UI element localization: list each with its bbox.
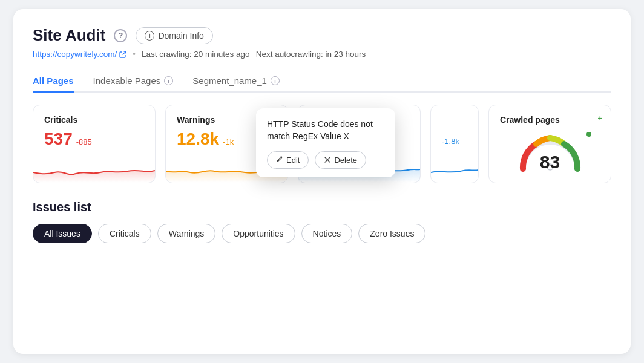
domain-info-button[interactable]: i Domain Info (136, 27, 212, 44)
tooltip-edit-button[interactable]: Edit (267, 151, 309, 169)
issues-section: Issues list All Issues Criticals Warning… (33, 200, 611, 243)
crawled-value: 83 (540, 152, 560, 172)
crawled-label: Crawled pages (500, 115, 600, 125)
sub-header: https://copywritely.com/ • Last crawling… (33, 50, 611, 59)
filter-opportunities[interactable]: Opportunities (222, 224, 295, 243)
warnings-delta: -1k (223, 137, 234, 146)
tab-all-pages[interactable]: All Pages (33, 71, 74, 93)
filter-pills: All Issues Criticals Warnings Opportunit… (33, 224, 611, 243)
crawled-pages-card: Crawled pages 8 (488, 105, 611, 183)
crawled-plus: + (597, 114, 602, 123)
tooltip-actions: Edit Delete (267, 151, 384, 169)
cards-row: Criticals 537 -885 (33, 105, 611, 183)
criticals-value-row: 537 -885 (44, 129, 144, 149)
tab-indexable-pages[interactable]: Indexable Pages i (93, 71, 174, 93)
hidden-delta-card: -1.8k (430, 105, 479, 183)
tab-segment-name[interactable]: Segment_name_1 i (192, 71, 280, 93)
hidden-delta-value: -1.8k (442, 137, 459, 146)
tab-segment-info-icon: i (271, 76, 280, 85)
header-row: Site Audit ? i Domain Info (33, 26, 611, 45)
hidden-delta-sparkline (431, 155, 478, 183)
filter-warnings[interactable]: Warnings (157, 224, 216, 243)
page-title: Site Audit (33, 26, 105, 45)
gauge-green-dot (586, 132, 591, 137)
tooltip-text: HTTP Status Code does not match RegEx Va… (267, 118, 384, 143)
tooltip-popup: HTTP Status Code does not match RegEx Va… (256, 108, 395, 177)
criticals-sparkline (33, 155, 155, 183)
next-crawl: Next autocrawling: in 23 hours (256, 50, 366, 59)
external-link-icon (119, 51, 126, 58)
gauge-wrapper: 83 (500, 129, 600, 175)
edit-icon (276, 156, 283, 163)
criticals-value: 537 (44, 129, 73, 149)
filter-notices[interactable]: Notices (301, 224, 353, 243)
criticals-label: Criticals (44, 115, 144, 125)
criticals-delta: -885 (76, 137, 92, 146)
filter-all-issues[interactable]: All Issues (33, 224, 92, 243)
site-url-link[interactable]: https://copywritely.com/ (33, 50, 126, 59)
criticals-card: Criticals 537 -885 (33, 105, 156, 183)
last-crawl: Last crawling: 20 minutes ago (142, 50, 250, 59)
warnings-value: 12.8k (177, 129, 219, 149)
tabs-row: All Pages Indexable Pages i Segment_name… (33, 71, 611, 93)
opportunities-card: O... 9 HTTP Status Code (298, 105, 421, 183)
issues-title: Issues list (33, 200, 611, 214)
tooltip-delete-button[interactable]: Delete (315, 151, 366, 169)
filter-zero-issues[interactable]: Zero Issues (358, 224, 426, 243)
tab-indexable-info-icon: i (164, 76, 173, 85)
main-card: Site Audit ? i Domain Info https://copyw… (13, 9, 631, 354)
filter-criticals[interactable]: Criticals (98, 224, 151, 243)
separator: • (133, 50, 136, 59)
info-circle-icon: i (145, 31, 154, 41)
help-icon[interactable]: ? (114, 29, 127, 42)
delete-icon (324, 156, 331, 163)
